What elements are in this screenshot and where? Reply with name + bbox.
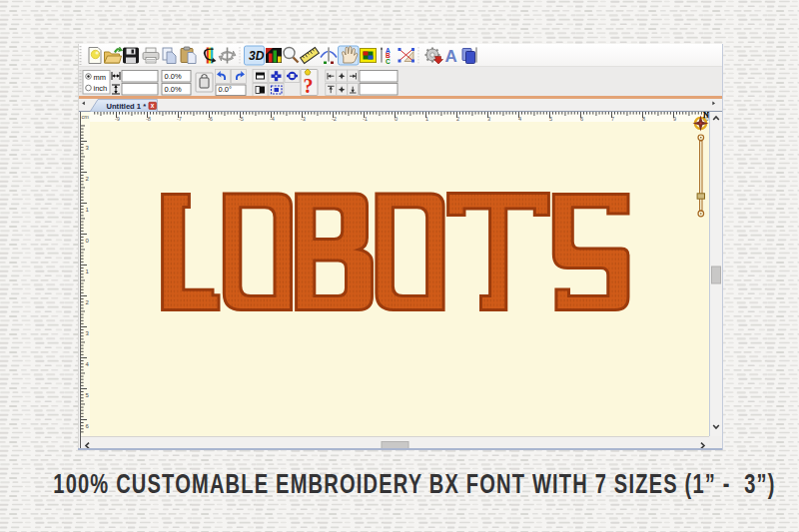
svg-text:-8: -8	[146, 116, 151, 122]
svg-text:3D: 3D	[249, 49, 265, 63]
svg-text:7: 7	[611, 116, 614, 122]
svg-text:inch: inch	[94, 84, 108, 93]
svg-text:3: 3	[487, 116, 490, 122]
svg-text:2: 2	[456, 116, 459, 122]
svg-text:-7: -7	[177, 116, 182, 122]
svg-text:-6: -6	[208, 116, 213, 122]
svg-text:-5: -5	[239, 116, 244, 122]
svg-text:Untitled 1 *: Untitled 1 *	[107, 102, 147, 111]
svg-text:-9: -9	[115, 116, 120, 122]
svg-text:C: C	[386, 58, 391, 65]
svg-text:4: 4	[518, 116, 521, 122]
svg-text:?: ?	[304, 75, 314, 96]
svg-text:A: A	[445, 47, 457, 66]
svg-text:mm: mm	[94, 73, 107, 82]
svg-text:-1: -1	[363, 116, 368, 122]
svg-text:9: 9	[673, 116, 676, 122]
svg-text:x: x	[151, 102, 155, 109]
svg-text:1: 1	[425, 116, 428, 122]
svg-text:-4: -4	[270, 116, 275, 122]
svg-text:8: 8	[642, 116, 645, 122]
svg-text:0: 0	[395, 116, 398, 122]
svg-text:-2: -2	[332, 116, 337, 122]
svg-text:cm: cm	[82, 114, 90, 120]
svg-text:0.0%: 0.0%	[165, 85, 182, 94]
svg-text:0.0°: 0.0°	[219, 85, 232, 94]
svg-text:6: 6	[580, 116, 583, 122]
svg-text:0.0%: 0.0%	[165, 72, 182, 81]
svg-text:-3: -3	[301, 116, 306, 122]
svg-text:5: 5	[549, 116, 552, 122]
